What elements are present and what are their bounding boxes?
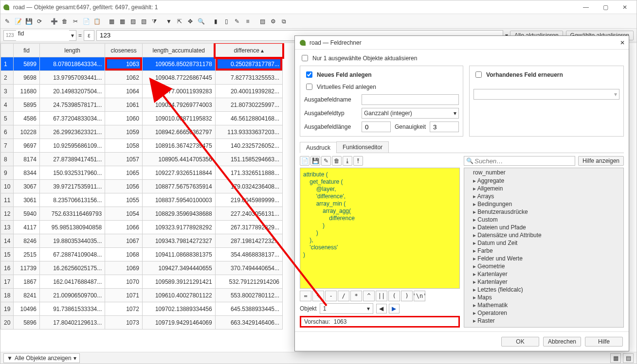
data-cell[interactable]: 1059 bbox=[105, 125, 143, 139]
table-row[interactable]: 15251567.28874109048...1068109411.086883… bbox=[1, 248, 283, 261]
zoom-to-icon[interactable]: 🔍 bbox=[196, 17, 206, 26]
data-cell[interactable]: 109719.94291464069 bbox=[142, 316, 215, 329]
table-row[interactable]: 61022826.29923623321...1059108942.666563… bbox=[1, 125, 283, 139]
row-number-cell[interactable]: 15 bbox=[1, 248, 14, 261]
data-cell[interactable]: 8174 bbox=[14, 153, 40, 166]
col-closeness[interactable]: closeness bbox=[105, 44, 143, 57]
table-row[interactable]: 158998.078018643334...1063109056.8502873… bbox=[1, 57, 283, 71]
new-expr-icon[interactable]: 📄 bbox=[300, 156, 309, 166]
data-cell[interactable]: 21.00906509700... bbox=[39, 289, 105, 302]
export-expr-icon[interactable]: ⭱ bbox=[353, 156, 363, 166]
data-cell[interactable]: 1867 bbox=[14, 275, 40, 289]
save-edits-icon[interactable]: 💾 bbox=[24, 17, 34, 26]
copy-icon[interactable]: 📄 bbox=[81, 17, 91, 26]
data-cell[interactable]: 109034.79269774003 bbox=[142, 98, 215, 112]
row-number-cell[interactable]: 5 bbox=[1, 112, 14, 125]
data-cell[interactable]: 0.250287317787... bbox=[215, 57, 282, 71]
function-group[interactable]: Kartenlayer bbox=[464, 270, 623, 278]
form-view-button[interactable]: ▦ bbox=[610, 353, 621, 363]
delete-feature-icon[interactable]: 🗑 bbox=[60, 17, 70, 26]
data-cell[interactable]: 109056.85028731178 bbox=[142, 57, 215, 71]
expression-builder-button[interactable]: ε bbox=[84, 30, 94, 41]
tab-expression[interactable]: Ausdruck bbox=[300, 142, 337, 153]
table-row[interactable]: 18824121.00906509700...1071109610.400278… bbox=[1, 289, 283, 302]
data-cell[interactable]: 109427.3494440655 bbox=[142, 261, 215, 275]
row-number-cell[interactable]: 3 bbox=[1, 85, 14, 98]
add-feature-icon[interactable]: ➕ bbox=[49, 17, 59, 26]
data-cell[interactable]: 10228 bbox=[14, 125, 40, 139]
operator-button[interactable]: ( bbox=[388, 291, 400, 301]
data-cell[interactable]: 1069 bbox=[105, 261, 143, 275]
operator-button[interactable]: ^ bbox=[363, 291, 375, 301]
organize-columns-icon[interactable]: ≡ bbox=[243, 17, 253, 26]
data-cell[interactable]: 109048.77226867445 bbox=[142, 71, 215, 85]
data-cell[interactable]: 8241 bbox=[14, 289, 40, 302]
function-group[interactable]: Dateien und Pfade bbox=[464, 224, 623, 231]
data-cell[interactable]: 19.88035344035... bbox=[39, 234, 105, 248]
multiedit-icon[interactable]: 📝 bbox=[13, 17, 23, 26]
table-row[interactable]: 1130618.235706613156...1055108837.595401… bbox=[1, 193, 283, 207]
dock-icon[interactable]: ⧉ bbox=[279, 17, 289, 26]
conditional-format-icon[interactable]: ▤ bbox=[257, 17, 267, 26]
existing-field-checkbox[interactable]: Vorhandenes Feld erneuern bbox=[473, 70, 619, 79]
new-field-checkbox[interactable]: Neues Feld anlegen bbox=[304, 70, 459, 79]
data-cell[interactable]: 171.3326511888... bbox=[215, 166, 282, 180]
data-cell[interactable]: 108837.59540100003 bbox=[142, 193, 215, 207]
data-cell[interactable]: 11739 bbox=[14, 261, 40, 275]
rename-column-icon[interactable]: ✎ bbox=[232, 17, 242, 26]
data-cell[interactable]: 5895 bbox=[14, 98, 40, 112]
data-cell[interactable]: 532.791212914206 bbox=[215, 275, 282, 289]
data-cell[interactable]: 1060 bbox=[105, 112, 143, 125]
function-group[interactable]: Operatoren bbox=[464, 309, 623, 317]
function-group[interactable]: Arrays bbox=[464, 192, 623, 200]
edit-expr-icon[interactable]: ✎ bbox=[321, 156, 331, 166]
object-selector[interactable]: 1▾ bbox=[320, 303, 373, 314]
function-group[interactable]: Geometrie bbox=[464, 262, 623, 270]
data-cell[interactable]: 108916.36742739475 bbox=[142, 139, 215, 153]
function-list[interactable]: row_number AggregateAllgemeinArraysBedin… bbox=[464, 168, 624, 328]
dialog-close-button[interactable]: ✕ bbox=[620, 39, 625, 46]
table-row[interactable]: 2969813.97957093441...1062109048.7722686… bbox=[1, 71, 283, 85]
move-top-icon[interactable]: ⇱ bbox=[175, 17, 184, 26]
table-row[interactable]: 13411795.98513809408581066109323.9177892… bbox=[1, 221, 283, 234]
data-cell[interactable]: 1062 bbox=[105, 71, 143, 85]
minimize-button[interactable]: — bbox=[576, 1, 596, 13]
function-group[interactable]: Aggregate bbox=[464, 177, 623, 185]
table-row[interactable]: 31168020.14983207504...1064109077.000119… bbox=[1, 85, 283, 98]
data-cell[interactable]: 1073 bbox=[105, 316, 143, 329]
function-group[interactable]: Allgemein bbox=[464, 185, 623, 192]
data-cell[interactable]: 162.0417688487... bbox=[39, 275, 105, 289]
filter-icon[interactable]: ▼ bbox=[164, 17, 174, 26]
row-number-cell[interactable]: 12 bbox=[1, 207, 14, 221]
delete-column-icon[interactable]: ▯ bbox=[221, 17, 231, 26]
edit-pencil-icon[interactable]: ✎ bbox=[2, 17, 12, 26]
row-number-cell[interactable]: 7 bbox=[1, 139, 14, 153]
row-header-blank[interactable] bbox=[1, 44, 14, 57]
function-search-input[interactable] bbox=[473, 157, 573, 165]
data-cell[interactable]: 1064 bbox=[105, 85, 143, 98]
data-cell[interactable]: 1063 bbox=[105, 57, 143, 71]
data-cell[interactable]: 91.73861533334... bbox=[39, 302, 105, 316]
select-all-icon[interactable]: ▦ bbox=[117, 17, 127, 26]
col-length-accumulated[interactable]: length_accumulated bbox=[142, 44, 215, 57]
data-cell[interactable]: 1068 bbox=[105, 248, 143, 261]
data-cell[interactable]: 1054 bbox=[105, 207, 143, 221]
table-row[interactable]: 171867162.0417688487...1070109589.391212… bbox=[1, 275, 283, 289]
function-group[interactable]: Mathematik bbox=[464, 301, 623, 309]
table-row[interactable]: 4589524.75398578171...1061109034.7926977… bbox=[1, 98, 283, 112]
function-group[interactable]: Maps bbox=[464, 294, 623, 301]
table-row[interactable]: 7969710.92595686109...1058108916.3674273… bbox=[1, 139, 283, 153]
maximize-button[interactable]: ▢ bbox=[596, 1, 615, 13]
data-cell[interactable]: 150.9325317960... bbox=[39, 166, 105, 180]
data-cell[interactable]: 354.4868838137... bbox=[215, 248, 282, 261]
operator-button[interactable]: = bbox=[300, 291, 311, 301]
data-cell[interactable]: 140.2325726052... bbox=[215, 139, 282, 153]
data-cell[interactable]: 1072 bbox=[105, 302, 143, 316]
table-row[interactable]: 98344150.9325317960...1065109227.9326511… bbox=[1, 166, 283, 180]
operator-button[interactable]: || bbox=[376, 291, 387, 301]
operator-button[interactable]: ) bbox=[401, 291, 413, 301]
data-cell[interactable]: 8246 bbox=[14, 234, 40, 248]
row-number-cell[interactable]: 11 bbox=[1, 193, 14, 207]
row-number-cell[interactable]: 20 bbox=[1, 316, 14, 329]
data-cell[interactable]: 20.40011939282... bbox=[215, 85, 282, 98]
